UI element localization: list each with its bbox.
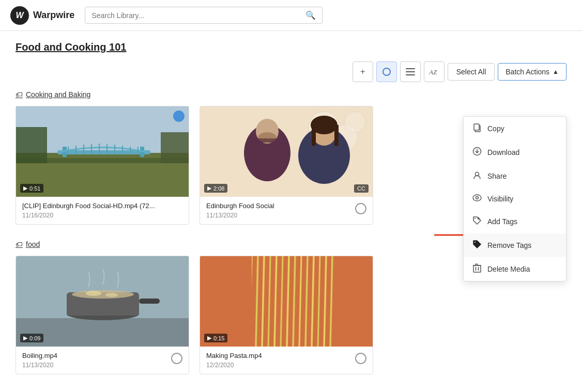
search-input[interactable]	[91, 11, 305, 20]
play-badge: ▶ 2:08	[204, 184, 227, 193]
svg-point-0	[383, 68, 390, 75]
svg-rect-77	[200, 256, 252, 347]
select-all-button[interactable]: Select All	[448, 63, 495, 81]
video-card: ▶ 0:09 Boiling.mp4 11/13/2020	[16, 256, 189, 374]
svg-rect-35	[99, 144, 100, 154]
svg-text:AZ: AZ	[429, 68, 437, 75]
video-thumbnail: ▶ 2:08 CC	[200, 106, 373, 197]
chevron-up-icon: ▲	[553, 68, 559, 75]
grid-view-button[interactable]	[376, 61, 397, 82]
svg-point-14	[474, 242, 476, 243]
svg-rect-58	[139, 299, 160, 304]
video-title: Making Pasta.mp4	[206, 352, 355, 359]
cc-badge: CC	[354, 184, 369, 193]
list-icon	[406, 68, 415, 75]
visibility-menu-item[interactable]: Visibility	[464, 188, 566, 210]
remove-tag-icon	[472, 240, 482, 251]
pot-thumbnail-svg	[16, 256, 189, 347]
video-meta: Edinburgh Food Social 11/13/2020	[206, 202, 355, 219]
svg-rect-53	[334, 125, 339, 146]
duration: 2:08	[213, 185, 224, 192]
batch-actions-button[interactable]: Batch Actions ▲	[498, 63, 566, 81]
remove-tags-label: Remove Tags	[487, 241, 531, 249]
svg-rect-1	[406, 68, 415, 69]
play-badge: ▶ 0:51	[20, 184, 43, 193]
play-icon: ▶	[207, 335, 211, 341]
svg-point-48	[258, 132, 277, 143]
copy-menu-item[interactable]: Copy	[464, 117, 566, 140]
svg-point-61	[105, 293, 118, 297]
svg-point-59	[72, 290, 134, 299]
share-menu-item[interactable]: Share	[464, 164, 566, 188]
svg-point-44	[345, 112, 365, 132]
trash-icon	[472, 263, 482, 275]
play-badge: ▶ 0:09	[20, 334, 43, 342]
video-title: Edinburgh Food Social	[206, 202, 355, 210]
svg-rect-15	[473, 265, 481, 272]
svg-rect-31	[68, 147, 69, 154]
svg-point-9	[473, 195, 481, 201]
video-meta: Boiling.mp4 11/13/2020	[22, 352, 171, 369]
video-title: [CLIP] Edinburgh Food Social-HD.mp4 (72.…	[22, 202, 182, 210]
video-info: [CLIP] Edinburgh Food Social-HD.mp4 (72.…	[16, 197, 189, 224]
video-date: 11/13/2020	[22, 362, 171, 369]
copy-label: Copy	[487, 124, 504, 133]
selected-indicator	[173, 111, 185, 122]
people-thumbnail-svg	[200, 106, 373, 197]
add-tags-label: Add Tags	[487, 217, 517, 226]
page-title: Food and Cooking 101	[16, 41, 566, 53]
select-circle[interactable]	[355, 353, 366, 364]
share-icon	[472, 170, 482, 182]
download-label: Download	[487, 148, 519, 156]
svg-rect-52	[312, 125, 316, 146]
add-tag-icon	[472, 216, 482, 227]
svg-rect-40	[137, 147, 139, 154]
download-icon	[472, 147, 482, 158]
delete-media-label: Delete Media	[487, 265, 530, 273]
select-circle[interactable]	[355, 203, 366, 214]
svg-point-60	[86, 291, 101, 296]
svg-rect-32	[75, 146, 76, 154]
video-date: 11/16/2020	[22, 212, 182, 219]
video-info: Edinburgh Food Social 11/13/2020	[200, 197, 373, 224]
svg-rect-33	[83, 145, 84, 154]
tag-cooking-label[interactable]: 🏷 Cooking and Baking	[16, 90, 566, 99]
svg-rect-39	[130, 147, 131, 154]
copy-icon	[472, 123, 482, 134]
video-thumbnail: ▶ 0:51	[16, 106, 189, 197]
svg-rect-3	[406, 74, 415, 75]
svg-point-10	[476, 197, 479, 199]
bridge-thumbnail-svg	[16, 106, 189, 197]
svg-rect-78	[334, 256, 373, 347]
play-icon: ▶	[207, 185, 211, 192]
video-card: ▶ 2:08 CC Edinburgh Food Social 11/13/20…	[200, 106, 373, 225]
play-icon: ▶	[23, 335, 27, 341]
logo-w-letter: W	[16, 11, 23, 20]
sort-icon: AZ	[429, 68, 439, 75]
svg-rect-6	[474, 124, 479, 130]
download-menu-item[interactable]: Download	[464, 140, 566, 164]
delete-media-menu-item[interactable]: Delete Media	[464, 257, 566, 281]
list-view-button[interactable]	[400, 61, 421, 82]
video-meta: [CLIP] Edinburgh Food Social-HD.mp4 (72.…	[22, 202, 182, 219]
tag-icon: 🏷	[16, 90, 23, 99]
play-icon: ▶	[23, 185, 27, 192]
video-card: ▶ 0:15 Making Pasta.mp4 12/2/2020	[200, 256, 373, 374]
add-tags-menu-item[interactable]: Add Tags	[464, 210, 566, 233]
play-badge: ▶ 0:15	[204, 334, 227, 342]
video-thumbnail: ▶ 0:09	[16, 256, 189, 347]
svg-rect-38	[122, 146, 123, 154]
logo-text: Warpwire	[33, 10, 74, 21]
sort-button[interactable]: AZ	[424, 61, 445, 82]
batch-actions-label: Batch Actions	[506, 68, 549, 76]
video-thumbnail: ▶ 0:15	[200, 256, 373, 347]
video-card: ▶ 0:51 [CLIP] Edinburgh Food Social-HD.m…	[16, 106, 189, 225]
eye-icon	[472, 194, 482, 203]
duration: 0:15	[213, 335, 224, 341]
select-circle[interactable]	[171, 353, 182, 364]
search-button[interactable]: 🔍	[305, 10, 316, 20]
tag-icon: 🏷	[16, 240, 23, 248]
add-button[interactable]: +	[353, 61, 373, 82]
duration: 0:09	[29, 335, 40, 341]
remove-tags-menu-item[interactable]: Remove Tags	[464, 233, 566, 257]
